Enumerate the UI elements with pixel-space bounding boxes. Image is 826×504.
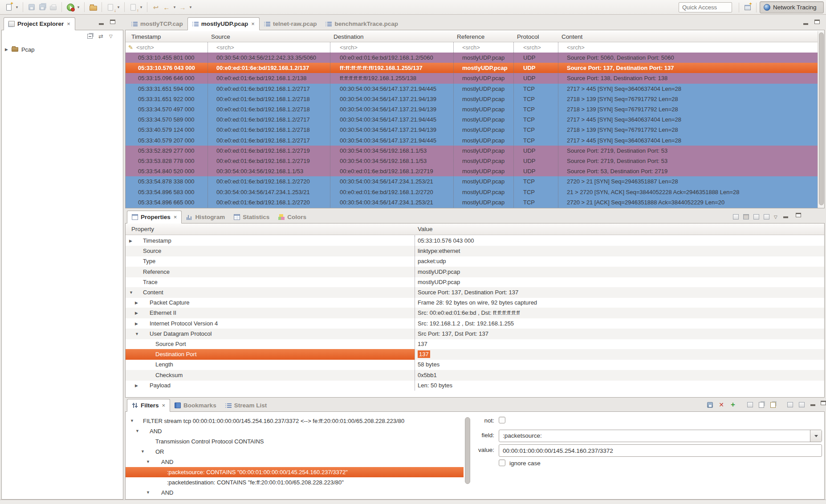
debug-dropdown[interactable]: ▾ — [76, 5, 81, 9]
maximize-button[interactable] — [819, 401, 826, 409]
column-header-timestamp[interactable]: Timestamp — [131, 31, 161, 42]
vertical-scrollbar[interactable] — [818, 31, 824, 208]
property-row[interactable]: Source Port137 — [126, 339, 824, 350]
property-row[interactable]: ▼User Datagram ProtocolSrc Port: 137, Ds… — [126, 329, 824, 339]
expand-arrow-icon[interactable]: ▼ — [130, 416, 134, 426]
debug-button[interactable] — [65, 2, 76, 12]
packet-row[interactable]: 05:33:54.896 665 00000:e0:ed:01:6e:bd/19… — [126, 197, 818, 208]
field-combo[interactable]: :packetsource: — [499, 430, 822, 442]
packet-table-header[interactable]: TimestampSourceDestinationReferenceProto… — [126, 31, 818, 42]
property-row[interactable]: Checksum0x5bb1 — [126, 370, 824, 381]
expand-arrow-icon[interactable]: ▼ — [146, 488, 150, 498]
save-filter-button[interactable] — [705, 400, 714, 409]
property-row[interactable]: Destination Port137 — [126, 349, 824, 360]
filter-input-destination[interactable]: <srch> — [340, 42, 358, 53]
scrollbar-thumb[interactable] — [819, 33, 824, 205]
packet-row[interactable]: 05:33:31.651 594 00000:e0:ed:01:6e:bd/19… — [126, 84, 818, 94]
import-button[interactable]: ↓ — [105, 2, 116, 12]
packet-row[interactable]: 05:33:54.878 338 00000:e0:ed:01:6e:bd/19… — [126, 176, 818, 187]
expand-arrow-icon[interactable]: ▼ — [141, 447, 145, 457]
last-edit-location-button[interactable]: ↩ — [151, 2, 161, 12]
expand-arrow-icon[interactable]: ▶ — [135, 318, 138, 329]
forward-dropdown[interactable]: ▾ — [188, 5, 193, 9]
forward-button[interactable]: → — [177, 2, 188, 12]
property-row[interactable]: ▶Packet CaptureFrame 28: 92 bytes on wir… — [126, 297, 824, 308]
tab-statistics[interactable]: Statistics — [229, 211, 274, 224]
filter-input-protocol[interactable]: <srch> — [523, 42, 541, 53]
property-row[interactable]: Sourcelinktype:ethernet — [126, 246, 824, 256]
packet-row[interactable]: 05:33:40.579 124 00000:e0:ed:01:6e:bd/19… — [126, 125, 818, 135]
column-header-reference[interactable]: Reference — [457, 31, 484, 42]
packet-row[interactable]: 05:33:40.579 207 00000:e0:ed:01:6e:bd/19… — [126, 135, 818, 146]
paste-filter-button[interactable] — [769, 400, 777, 409]
delete-filter-button[interactable]: ✕ — [717, 400, 726, 409]
minimize-button[interactable] — [782, 213, 790, 221]
filter-tree-row[interactable]: ▼AND — [126, 457, 464, 467]
filter-input-content[interactable]: <srch> — [567, 42, 585, 53]
property-row[interactable]: ▶PayloadLen: 50 bytes — [126, 380, 824, 391]
minimize-button[interactable] — [802, 20, 810, 28]
close-icon[interactable]: × — [67, 20, 70, 27]
filter-tree-row[interactable]: :packetdestination: CONTAINS "fe:ff:20:0… — [126, 477, 464, 488]
tab-stream-list[interactable]: Stream List — [221, 399, 272, 412]
collapse-all-icon[interactable] — [87, 34, 93, 39]
export-dropdown[interactable]: ▾ — [138, 5, 144, 9]
tab-filters[interactable]: Filters× — [127, 399, 170, 412]
property-row[interactable]: Length58 bytes — [126, 359, 824, 370]
close-icon[interactable]: × — [162, 402, 166, 409]
save-all-button[interactable] — [37, 2, 48, 12]
open-trace-button[interactable] — [88, 2, 98, 12]
add-filter-button[interactable]: + — [728, 400, 737, 409]
packet-row[interactable]: 05:33:54.896 583 00000:30:54:00:34:56/14… — [126, 187, 818, 198]
expand-arrow-icon[interactable]: ▶ — [135, 297, 138, 308]
close-icon[interactable]: × — [174, 214, 177, 220]
link-with-editor-icon[interactable]: ⇄ — [98, 33, 103, 40]
detach-view-button[interactable] — [785, 400, 794, 409]
property-row[interactable]: Typepacket:udp — [126, 256, 824, 267]
tree-item-pcap[interactable]: ▶ Pcap — [2, 45, 123, 54]
packet-row[interactable]: 05:33:10.455 801 00000:30:54:00:34:56/21… — [126, 53, 818, 63]
new-properties-view-icon[interactable] — [733, 214, 739, 219]
dock-view-button[interactable] — [797, 400, 806, 409]
filter-input-source[interactable]: <srch> — [216, 42, 234, 53]
tab-telnet-raw-pcap[interactable]: telnet-raw.pcap — [260, 17, 321, 30]
print-button[interactable] — [48, 2, 58, 12]
filter-input-reference[interactable]: <srch> — [462, 42, 480, 53]
tab-colors[interactable]: Colors — [274, 211, 311, 224]
open-perspective-button[interactable]: ✦ — [742, 2, 753, 13]
packet-row[interactable]: 05:33:15.096 646 00000:e0:ed:01:6e:bd/19… — [126, 73, 818, 84]
close-icon[interactable]: × — [251, 20, 255, 27]
expand-all-icon[interactable] — [753, 214, 759, 219]
expand-arrow-icon[interactable]: ▶ — [135, 308, 138, 318]
not-checkbox[interactable] — [499, 417, 505, 423]
tab-benchmarktrace-pcap[interactable]: benchmarkTrace.pcap — [321, 17, 403, 30]
property-row[interactable]: ▶Internet Protocol Version 4Src: 192.168… — [126, 318, 824, 329]
perspective-network-tracing-button[interactable]: Network Tracing — [760, 1, 824, 13]
packet-row[interactable]: 05:33:54.840 520 00000:30:54:00:34:56/19… — [126, 166, 818, 177]
packet-row[interactable]: 05:33:34.570 589 00000:e0:ed:01:6e:bd/19… — [126, 114, 818, 125]
expand-arrow-icon[interactable]: ▼ — [135, 426, 139, 436]
property-row[interactable]: ReferencemostlyUDP.pcap — [126, 267, 824, 277]
back-button[interactable]: ← — [161, 2, 172, 12]
property-row[interactable]: ▼ContentSource Port: 137, Destination Po… — [126, 287, 824, 298]
tab-bookmarks[interactable]: Bookmarks — [170, 399, 221, 412]
collapse-all-icon[interactable] — [764, 214, 769, 219]
tab-properties[interactable]: Properties× — [127, 211, 182, 224]
expand-arrow-icon[interactable]: ▶ — [5, 48, 8, 52]
new-wizard-button[interactable]: ✦ — [4, 2, 14, 12]
maximize-button[interactable] — [813, 20, 821, 28]
view-menu-icon[interactable]: ▽ — [109, 34, 113, 39]
filter-tree-row[interactable]: ▼FILTER stream tcp 00:00:01:00:00:00/145… — [126, 416, 464, 426]
expand-arrow-icon[interactable]: ▶ — [135, 380, 138, 391]
view-menu-icon[interactable]: ▽ — [774, 215, 777, 219]
filter-tree-row[interactable]: ▼AND — [126, 488, 464, 498]
save-button[interactable] — [26, 2, 37, 12]
filter-input-timestamp[interactable]: <srch> — [136, 42, 154, 53]
maximize-button[interactable] — [109, 20, 117, 28]
filter-tree-scrollbar[interactable] — [464, 415, 472, 497]
property-row[interactable]: TracemostlyUDP.pcap — [126, 277, 824, 288]
packet-row[interactable]: 05:33:34.570 497 00000:e0:ed:01:6e:bd/19… — [126, 104, 818, 115]
tab-histogram[interactable]: Histogram — [182, 211, 229, 224]
expand-arrow-icon[interactable]: ▼ — [129, 287, 133, 298]
pin-filter-button[interactable] — [745, 400, 754, 409]
